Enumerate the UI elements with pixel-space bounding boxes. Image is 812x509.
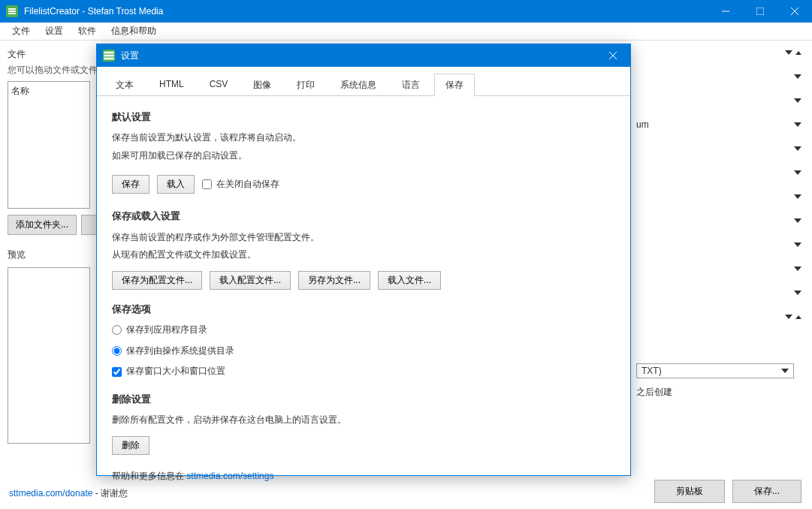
main-titlebar: FilelistCreator - Stefan Trost Media xyxy=(0,0,812,23)
dropdown-caret-icon[interactable] xyxy=(794,98,801,103)
save-appdir-label: 保存到应用程序目录 xyxy=(126,322,207,339)
tab-print[interactable]: 打印 xyxy=(285,74,326,96)
load-file-button[interactable]: 载入文件... xyxy=(378,271,441,290)
dropdown-caret-icon[interactable] xyxy=(785,315,792,319)
dropdown-caret-icon[interactable] xyxy=(794,267,801,271)
tab-language[interactable]: 语言 xyxy=(391,74,431,96)
tab-image[interactable]: 图像 xyxy=(242,74,282,96)
close-button[interactable] xyxy=(777,0,812,23)
add-folder-button[interactable]: 添加文件夹... xyxy=(8,215,77,235)
preview-box xyxy=(8,267,90,444)
load-profile-button[interactable]: 载入配置文件... xyxy=(210,271,291,290)
tab-save[interactable]: 保存 xyxy=(434,74,475,96)
dropdown-up-icon[interactable] xyxy=(795,315,801,319)
svg-rect-4 xyxy=(756,8,764,15)
save-osdir-radio[interactable] xyxy=(112,346,122,356)
chevron-down-icon xyxy=(781,369,789,373)
settings-dialog: 设置 文本 HTML CSV 图像 打印 系统信息 语言 保存 默认设置 保存当… xyxy=(96,44,631,476)
sec-default-title: 默认设置 xyxy=(112,108,615,125)
maximize-button[interactable] xyxy=(743,0,777,23)
save-osdir-label: 保存到由操作系统提供目录 xyxy=(126,343,234,360)
dialog-close-button[interactable] xyxy=(596,44,630,67)
dropdown-caret-icon[interactable] xyxy=(794,170,801,175)
format-select[interactable]: TXT) xyxy=(636,363,794,378)
dropdown-up-icon[interactable] xyxy=(795,51,801,55)
right-panel: um TXT) 之后创建 xyxy=(636,45,801,399)
dialog-titlebar: 设置 xyxy=(97,44,630,67)
tab-html[interactable]: HTML xyxy=(148,74,195,96)
dropdown-caret-icon[interactable] xyxy=(794,122,801,127)
menu-software[interactable]: 软件 xyxy=(71,23,104,40)
dropdown-caret-icon[interactable] xyxy=(785,50,792,55)
um-text: um xyxy=(636,119,649,130)
dialog-app-icon xyxy=(103,50,115,62)
sec-default-line1: 保存当前设置为默认设置，该程序将自动启动。 xyxy=(112,130,615,146)
menu-file[interactable]: 文件 xyxy=(5,23,38,40)
dropdown-caret-icon[interactable] xyxy=(794,218,801,223)
svg-rect-9 xyxy=(104,58,113,60)
help-link[interactable]: sttmedia.com/settings xyxy=(186,471,273,481)
svg-rect-0 xyxy=(8,8,16,10)
tab-sysinfo[interactable]: 系统信息 xyxy=(329,74,388,96)
svg-rect-1 xyxy=(8,11,16,12)
save-appdir-radio[interactable] xyxy=(112,325,122,335)
tab-text[interactable]: 文本 xyxy=(104,74,145,96)
donate-link[interactable]: sttmedia.com/donate xyxy=(9,488,92,498)
save-as-file-button[interactable]: 另存为文件... xyxy=(298,271,370,290)
dropdown-caret-icon[interactable] xyxy=(794,146,801,151)
svg-rect-2 xyxy=(8,13,16,14)
default-load-button[interactable]: 载入 xyxy=(157,175,195,194)
app-icon xyxy=(6,5,18,17)
after-create-text: 之后创建 xyxy=(636,386,801,399)
add-more-button[interactable] xyxy=(81,215,98,235)
dialog-title: 设置 xyxy=(121,50,596,62)
tab-csv[interactable]: CSV xyxy=(198,74,240,96)
sec-options-title: 保存选项 xyxy=(112,300,615,318)
sec-saveload-title: 保存或载入设置 xyxy=(112,207,615,224)
clipboard-button[interactable]: 剪贴板 xyxy=(654,480,725,503)
sec-delete-title: 删除设置 xyxy=(112,390,615,408)
delete-button[interactable]: 删除 xyxy=(112,436,149,455)
default-save-button[interactable]: 保存 xyxy=(112,175,149,194)
sec-saveload-line1: 保存当前设置的程序或作为外部文件管理配置文件。 xyxy=(112,230,615,246)
name-column-header: 名称 xyxy=(11,85,86,98)
minimize-button[interactable] xyxy=(708,0,743,23)
help-prefix: 帮助和更多信息在 xyxy=(112,471,186,481)
save-as-profile-button[interactable]: 保存为配置文件... xyxy=(112,271,202,290)
file-list[interactable]: 名称 xyxy=(8,81,90,209)
format-option: TXT) xyxy=(641,366,662,376)
save-window-checkbox[interactable] xyxy=(112,367,122,377)
dialog-tabs: 文本 HTML CSV 图像 打印 系统信息 语言 保存 xyxy=(97,67,630,96)
svg-rect-7 xyxy=(104,52,113,54)
sec-saveload-line2: 从现有的配置文件或文件加载设置。 xyxy=(112,247,615,264)
save-button[interactable]: 保存... xyxy=(732,480,801,503)
menubar: 文件 设置 软件 信息和帮助 xyxy=(0,23,812,41)
save-window-label: 保存窗口大小和窗口位置 xyxy=(126,363,225,380)
sec-default-line2: 如果可用加载已保存的启动设置。 xyxy=(112,148,615,164)
dropdown-caret-icon[interactable] xyxy=(794,74,801,79)
help-text: 帮助和更多信息在 sttmedia.com/settings xyxy=(112,468,615,485)
main-title: FilelistCreator - Stefan Trost Media xyxy=(24,6,708,17)
dropdown-caret-icon[interactable] xyxy=(794,291,801,295)
sec-delete-line1: 删除所有配置文件，启动并保存在这台电脑上的语言设置。 xyxy=(112,412,615,429)
menu-help[interactable]: 信息和帮助 xyxy=(104,23,164,40)
menu-settings[interactable]: 设置 xyxy=(38,23,71,40)
autosave-label: 在关闭自动保存 xyxy=(216,176,279,193)
dropdown-caret-icon[interactable] xyxy=(794,194,801,199)
svg-rect-8 xyxy=(104,55,113,57)
autosave-checkbox[interactable] xyxy=(202,179,212,189)
dropdown-caret-icon[interactable] xyxy=(794,242,801,247)
